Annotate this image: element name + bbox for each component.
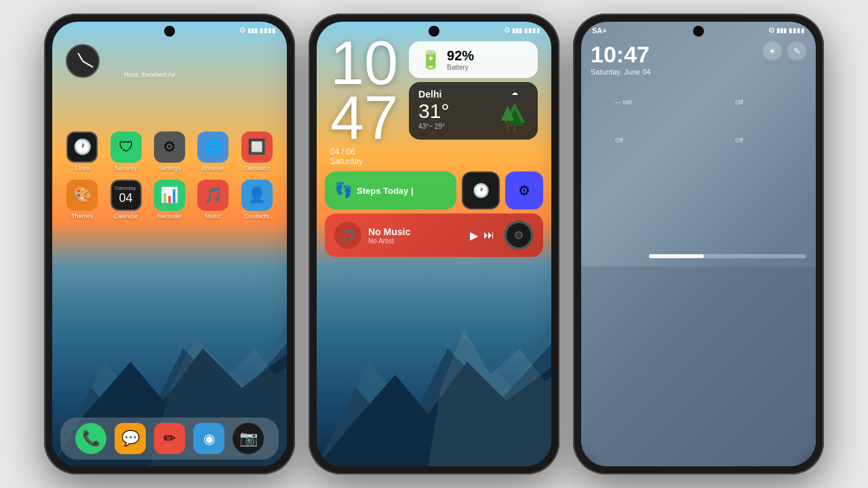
camera-notch-2 — [429, 26, 439, 37]
weather-temp2: 31° — [418, 100, 449, 123]
minute-hand — [83, 60, 94, 67]
battery-icon4: 🔋 — [420, 49, 441, 70]
recorder-app[interactable]: 📊 Recorder — [151, 180, 189, 220]
phone2-weather-widget[interactable]: Delhi 31° 43°~ 29° ☁ — [409, 82, 538, 140]
music-app[interactable]: 🎵 Music — [194, 180, 232, 220]
weather-info: Delhi 31° 43°~ 29° — [418, 89, 449, 130]
dock-camera[interactable]: 📷 — [233, 423, 264, 454]
svg-rect-11 — [507, 119, 509, 133]
camera-notch-3 — [693, 26, 704, 37]
phone2-battery-widget[interactable]: 🔋 92% Battery — [409, 41, 538, 78]
camera-icon: ⊙ — [239, 26, 245, 35]
phone-1: ⊙ ▮▮▮ ▮▮▮▮ 10:47 Delhi — [44, 14, 295, 474]
dock: 📞 💬 ✏ ◉ 📷 — [60, 418, 279, 460]
music-controls: ▶ ⏭ — [470, 229, 494, 242]
camera-icon2: ⊙ — [504, 26, 510, 35]
contacts-app[interactable]: 👤 Contacts — [238, 180, 276, 220]
browser-app-icon: 🌐 — [197, 131, 229, 163]
cc-time-area: 10:47 Saturday, June 04 — [591, 41, 650, 76]
themes-app-icon: 🎨 — [66, 180, 98, 211]
security-app-label: Security — [115, 165, 137, 171]
security-app[interactable]: 🛡 Security — [107, 131, 145, 171]
mobile-data-sublabel: Off — [615, 137, 639, 144]
clock-app-icon: 🕐 — [66, 131, 98, 163]
gear-icon: ⚙ — [518, 182, 530, 199]
contacts-app-icon: 👤 — [241, 180, 273, 211]
status-icons: ⊙ ▮▮▮ ▮▮▮▮ — [239, 26, 276, 35]
settings-app2[interactable]: ⚙ — [505, 171, 543, 209]
recorder-app-icon: 📊 — [154, 180, 185, 211]
dock-edit[interactable]: ✏ — [154, 423, 185, 454]
signal-icon3: ▮▮▮ — [776, 27, 787, 34]
big-day-line: Saturday — [330, 157, 398, 166]
settings-app[interactable]: ⚙ Settings — [151, 131, 189, 171]
cc-blur-overlay — [581, 266, 816, 466]
clock-app-label: Clock — [75, 165, 90, 171]
brightness-fill — [649, 254, 704, 258]
clock-app2[interactable]: 🕐 — [462, 171, 500, 209]
music-artist: No Artist — [368, 237, 463, 245]
battery-icon: ▮▮▮▮ — [260, 27, 276, 34]
music-note-icon: 🎵 — [340, 228, 355, 243]
calculator-app[interactable]: 🔲 Calculator — [238, 131, 276, 171]
music-info: No Music No Artist — [368, 226, 463, 245]
big-hour: 10 — [330, 36, 398, 91]
weather-city2: Delhi — [418, 89, 449, 100]
cc-header-icons: ☀ ✎ — [763, 41, 806, 60]
music-title: No Music — [368, 226, 463, 237]
cc-date: Saturday, June 04 — [591, 68, 650, 76]
phone2-music-widget[interactable]: 🎵 No Music No Artist ▶ ⏭ — [325, 214, 543, 257]
calendar-app[interactable]: Saturday 04 Calendar — [107, 180, 145, 220]
brightness-track — [649, 254, 806, 258]
security-app-icon: 🛡 — [111, 131, 142, 163]
contacts-app-label: Contacts — [245, 213, 269, 220]
fast-forward-icon[interactable]: ⏭ — [484, 229, 494, 242]
dock-messages[interactable]: 💬 — [115, 423, 146, 454]
themes-app[interactable]: 🎨 Themes — [63, 180, 101, 220]
calculator-app-label: Calculator — [243, 165, 271, 171]
browser-app[interactable]: 🌐 Browser — [194, 131, 232, 171]
dock-phone[interactable]: 📞 — [75, 423, 106, 454]
status-left: SA+ — [592, 26, 607, 35]
app-row-1: 🕐 Clock 🛡 Security ⚙ Settings 🌐 Browser … — [60, 131, 279, 171]
weather-desc: Haze: Excellent Air — [124, 71, 222, 78]
signal-icon: ▮▮▮ — [248, 27, 258, 34]
bluetooth-sublabel: Off — [735, 99, 773, 106]
steps-icon: 👣 — [334, 182, 353, 199]
battery-pct2: 92% — [447, 48, 474, 64]
phone2-time-display: 10 47 04 / 06 Saturday — [330, 36, 398, 166]
clock-app[interactable]: 🕐 Clock — [63, 131, 101, 171]
cc-time: 10:47 — [591, 41, 650, 68]
svg-marker-7 — [428, 329, 551, 466]
phone2-steps-widget[interactable]: 👣 Steps Today | — [325, 171, 456, 209]
battery-label: Battery — [447, 64, 474, 71]
edit-icon-header[interactable]: ✎ — [787, 41, 806, 60]
weather-range: 43°~ 29° — [418, 123, 449, 130]
browser-app-label: Browser — [202, 165, 224, 171]
music-album-art: 🎵 — [334, 222, 361, 249]
recorder-app-label: Recorder — [157, 213, 182, 220]
settings-app-label: Settings — [159, 165, 181, 171]
battery-icon3: ▮▮▮▮ — [524, 27, 540, 34]
weather-trees: ☁ — [501, 89, 528, 133]
steps-label2: Steps Today | — [357, 186, 414, 196]
app-row-2: 🎨 Themes Saturday 04 Calendar 📊 Recorder… — [60, 180, 279, 220]
music-app-icon: 🎵 — [197, 180, 229, 211]
phone-2: ⊙ ▮▮▮ ▮▮▮▮ 10 47 04 / 06 Saturday 🔋 92 — [309, 14, 559, 474]
clock-icon: 🕐 — [473, 182, 490, 199]
vinyl-record — [504, 220, 534, 250]
battery-info: 92% Battery — [447, 48, 474, 71]
music-app-label: Music — [205, 213, 222, 220]
dock-maps[interactable]: ◉ — [193, 423, 224, 454]
wlan-sublabel: Off — [735, 137, 760, 144]
calculator-app-icon: 🔲 — [241, 131, 273, 163]
brightness-icon-header[interactable]: ☀ — [763, 41, 782, 60]
settings-app-icon: ⚙ — [154, 131, 185, 163]
camera-icon3: ⊙ — [768, 26, 774, 35]
big-minute: 47 — [330, 91, 398, 146]
play-icon[interactable]: ▶ — [470, 229, 478, 242]
camera-notch — [164, 26, 175, 37]
phone-3: SA+ ⊙ ▮▮▮ ▮▮▮▮ 10:47 Saturday, June 04 ☀… — [573, 14, 824, 474]
themes-app-label: Themes — [71, 213, 94, 220]
phone2-small-row: 👣 Steps Today | 🕐 ⚙ — [317, 171, 551, 209]
